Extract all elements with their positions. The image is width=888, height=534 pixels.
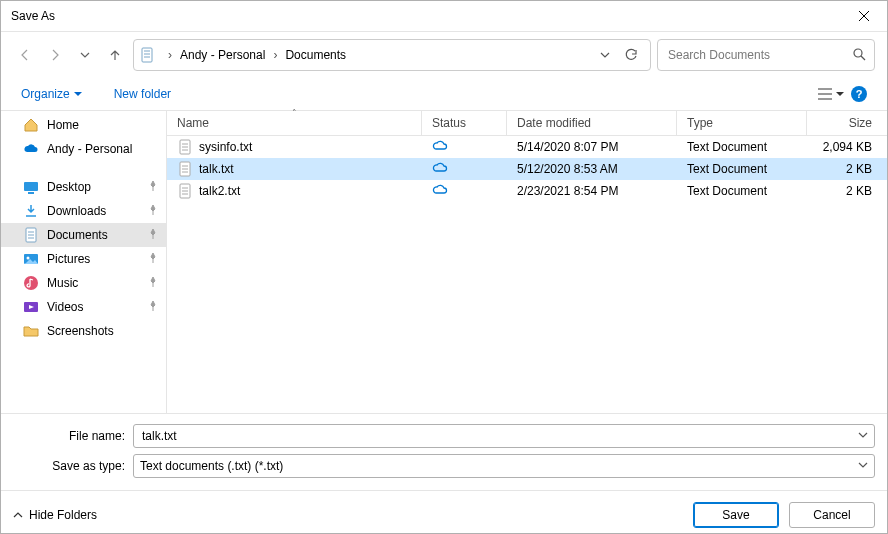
file-size: 2 KB bbox=[807, 158, 882, 180]
downloads-icon bbox=[23, 203, 39, 219]
cancel-button[interactable]: Cancel bbox=[789, 502, 875, 528]
column-date[interactable]: Date modified bbox=[507, 111, 677, 135]
sidebar-item-music[interactable]: Music bbox=[1, 271, 166, 295]
search-box[interactable] bbox=[657, 39, 875, 71]
window-title: Save As bbox=[11, 9, 841, 23]
sidebar-item-downloads[interactable]: Downloads bbox=[1, 199, 166, 223]
file-name: talk2.txt bbox=[199, 184, 240, 198]
breadcrumb-chevron[interactable]: › bbox=[267, 48, 283, 62]
list-view-icon bbox=[818, 88, 832, 100]
nav-bar: › Andy - Personal › Documents bbox=[1, 32, 887, 78]
sidebar-item-label: Documents bbox=[47, 228, 108, 242]
close-button[interactable] bbox=[841, 1, 887, 31]
sidebar-item-label: Screenshots bbox=[47, 324, 114, 338]
organize-label: Organize bbox=[21, 87, 70, 101]
hide-folders-button[interactable]: Hide Folders bbox=[13, 508, 97, 522]
column-size[interactable]: Size bbox=[807, 111, 882, 135]
save-type-combo[interactable]: Text documents (.txt) (*.txt) bbox=[133, 454, 875, 478]
close-icon bbox=[859, 11, 869, 21]
file-date: 5/14/2020 8:07 PM bbox=[507, 136, 677, 158]
file-type: Text Document bbox=[677, 180, 807, 202]
sidebar-item-videos[interactable]: Videos bbox=[1, 295, 166, 319]
sidebar-item-home[interactable]: Home bbox=[1, 113, 166, 137]
file-rows: sysinfo.txt5/14/2020 8:07 PMText Documen… bbox=[167, 136, 887, 413]
refresh-button[interactable] bbox=[618, 48, 644, 62]
pin-icon bbox=[148, 252, 158, 266]
help-icon: ? bbox=[851, 86, 867, 102]
file-name-dropdown[interactable] bbox=[858, 429, 868, 443]
sidebar-item-pictures[interactable]: Pictures bbox=[1, 247, 166, 271]
save-type-dropdown[interactable] bbox=[858, 459, 868, 473]
location-icon bbox=[140, 47, 156, 63]
svg-rect-12 bbox=[28, 192, 34, 194]
file-size: 2,094 KB bbox=[807, 136, 882, 158]
save-button[interactable]: Save bbox=[693, 502, 779, 528]
new-folder-button[interactable]: New folder bbox=[108, 83, 177, 105]
sidebar-item-label: Pictures bbox=[47, 252, 90, 266]
chevron-down-icon bbox=[858, 430, 868, 440]
help-button[interactable]: ? bbox=[845, 82, 873, 106]
nav-forward-button[interactable] bbox=[43, 43, 67, 67]
sidebar-item-screenshots[interactable]: Screenshots bbox=[1, 319, 166, 343]
nav-back-button[interactable] bbox=[13, 43, 37, 67]
file-icon bbox=[177, 183, 193, 199]
breadcrumb-segment[interactable]: Documents bbox=[283, 48, 348, 62]
organize-button[interactable]: Organize bbox=[15, 83, 88, 105]
new-folder-label: New folder bbox=[114, 87, 171, 101]
save-type-row: Save as type: Text documents (.txt) (*.t… bbox=[13, 454, 875, 478]
file-row[interactable]: talk.txt5/12/2020 8:53 AMText Document2 … bbox=[167, 158, 887, 180]
file-name-combo[interactable] bbox=[133, 424, 875, 448]
sort-indicator: ˄ bbox=[292, 108, 297, 118]
file-icon bbox=[177, 139, 193, 155]
pin-icon bbox=[148, 204, 158, 218]
file-type: Text Document bbox=[677, 158, 807, 180]
file-name: talk.txt bbox=[199, 162, 234, 176]
search-input[interactable] bbox=[666, 47, 852, 63]
file-date: 5/12/2020 8:53 AM bbox=[507, 158, 677, 180]
sidebar: Home Andy - Personal Desktop Downloads D… bbox=[1, 111, 167, 413]
cloud-status-icon bbox=[432, 162, 448, 177]
file-icon bbox=[177, 161, 193, 177]
sidebar-item-desktop[interactable]: Desktop bbox=[1, 175, 166, 199]
sidebar-item-label: Desktop bbox=[47, 180, 91, 194]
refresh-icon bbox=[624, 48, 638, 62]
address-bar[interactable]: › Andy - Personal › Documents bbox=[133, 39, 651, 71]
address-dropdown[interactable] bbox=[592, 50, 618, 60]
arrow-right-icon bbox=[48, 48, 62, 62]
sidebar-item-onedrive[interactable]: Andy - Personal bbox=[1, 137, 166, 161]
sidebar-item-documents[interactable]: Documents bbox=[1, 223, 166, 247]
column-name[interactable]: Name ˄ bbox=[167, 111, 422, 135]
chevron-down-icon bbox=[600, 50, 610, 60]
svg-point-6 bbox=[854, 49, 862, 57]
pictures-icon bbox=[23, 251, 39, 267]
pin-icon bbox=[148, 180, 158, 194]
nav-up-button[interactable] bbox=[103, 43, 127, 67]
view-options-button[interactable] bbox=[817, 82, 845, 106]
cloud-status-icon bbox=[432, 140, 448, 155]
file-row[interactable]: talk2.txt2/23/2021 8:54 PMText Document2… bbox=[167, 180, 887, 202]
folder-icon bbox=[23, 323, 39, 339]
column-type[interactable]: Type bbox=[677, 111, 807, 135]
breadcrumb-segment[interactable]: Andy - Personal bbox=[178, 48, 267, 62]
toolbar: Organize New folder ? bbox=[1, 78, 887, 111]
caret-down-icon bbox=[74, 90, 82, 98]
sidebar-item-label: Andy - Personal bbox=[47, 142, 132, 156]
title-bar: Save As bbox=[1, 1, 887, 32]
arrow-left-icon bbox=[18, 48, 32, 62]
breadcrumb-chevron[interactable]: › bbox=[162, 48, 178, 62]
column-headers: Name ˄ Status Date modified Type Size bbox=[167, 111, 887, 136]
file-row[interactable]: sysinfo.txt5/14/2020 8:07 PMText Documen… bbox=[167, 136, 887, 158]
sidebar-item-label: Downloads bbox=[47, 204, 106, 218]
search-icon bbox=[852, 47, 866, 64]
cloud-status-icon bbox=[432, 184, 448, 199]
column-status[interactable]: Status bbox=[422, 111, 507, 135]
sidebar-item-label: Music bbox=[47, 276, 78, 290]
file-name-input[interactable] bbox=[140, 428, 852, 444]
pin-icon bbox=[148, 300, 158, 314]
sidebar-item-label: Home bbox=[47, 118, 79, 132]
nav-recent-button[interactable] bbox=[73, 43, 97, 67]
chevron-up-icon bbox=[13, 510, 23, 520]
pin-icon bbox=[148, 276, 158, 290]
chevron-down-icon bbox=[80, 50, 90, 60]
file-name: sysinfo.txt bbox=[199, 140, 252, 154]
